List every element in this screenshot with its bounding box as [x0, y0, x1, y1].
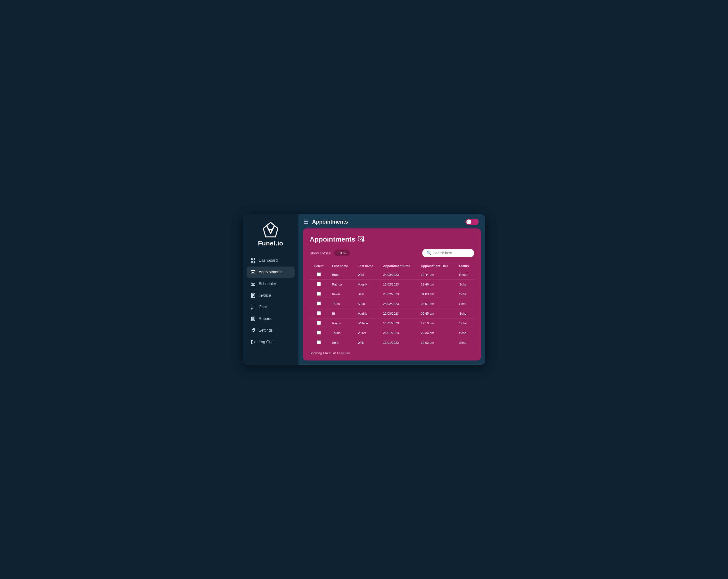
sidebar-item-invoice[interactable]: Invoice [246, 290, 294, 301]
row-date: 23/02/2023 [379, 289, 417, 299]
row-checkbox-cell [310, 299, 328, 308]
table-row: Bill Madrio 25/03/2023 05:45 am Sche [310, 308, 474, 318]
row-checkbox-cell [310, 318, 328, 328]
row-date: 25/03/2023 [379, 308, 417, 318]
row-firstname: Bill [328, 308, 354, 318]
reports-icon [251, 316, 256, 322]
svg-point-18 [252, 318, 254, 319]
sidebar-item-chat-label: Chat [259, 305, 267, 309]
table-header-row: Select First name Last name Appointment … [310, 262, 474, 270]
sidebar-item-logout[interactable]: Log Out [246, 336, 294, 348]
sidebar-item-scheduler-label: Scheduler [259, 282, 276, 286]
sidebar-item-settings-label: Settings [259, 328, 273, 333]
svg-rect-4 [251, 261, 253, 263]
logo-text: Funel.io [258, 240, 283, 247]
dashboard-icon [251, 258, 256, 263]
row-lastname: Magrik [354, 279, 379, 289]
table-row: Patrica Magrik 17/02/2023 23:46 pm Sche [310, 279, 474, 289]
sidebar-item-dashboard-label: Dashboard [259, 258, 278, 263]
sidebar-item-settings[interactable]: Settings [246, 325, 294, 336]
row-status: Sche [455, 338, 474, 347]
row-checkbox[interactable] [317, 311, 321, 315]
row-checkbox[interactable] [317, 321, 321, 325]
row-status: Sche [455, 308, 474, 318]
svg-rect-6 [251, 271, 255, 274]
row-time: 01:03 am [417, 289, 455, 299]
svg-rect-5 [254, 261, 255, 263]
show-entries-label: Show entries: [310, 251, 332, 255]
table-row: Rayon Willson 13/01/2023 22:10 pm Sche [310, 318, 474, 328]
row-lastname: Madrio [354, 308, 379, 318]
sort-icon: ⇅ [343, 251, 346, 255]
logo-icon [261, 221, 280, 238]
sidebar-item-reports-label: Reports [259, 317, 272, 321]
sidebar: Funel.io Dashboard [243, 215, 298, 365]
row-checkbox-cell [310, 289, 328, 299]
app-container: Funel.io Dashboard [243, 215, 485, 365]
sidebar-item-logout-label: Log Out [259, 340, 272, 344]
top-bar: ☰ Appointments [298, 215, 485, 228]
row-date: 13/01/2023 [379, 318, 417, 328]
row-time: 22:34 pm [417, 328, 455, 338]
row-checkbox[interactable] [317, 331, 321, 334]
row-time: 05:45 am [417, 308, 455, 318]
entries-value: 10 [338, 251, 342, 255]
row-checkbox[interactable] [317, 302, 321, 305]
col-select: Select [310, 262, 328, 270]
sidebar-item-reports[interactable]: Reports [246, 313, 294, 324]
nav-menu: Dashboard Appointments [243, 255, 298, 348]
table-row: Braid Wail 24/03/2023 12:44 pm Resch [310, 270, 474, 279]
card-header: Appointments [310, 235, 474, 244]
row-time: 23:46 pm [417, 279, 455, 289]
search-input[interactable] [434, 251, 470, 255]
row-checkbox-cell [310, 328, 328, 338]
row-checkbox[interactable] [317, 341, 321, 344]
sidebar-item-appointments[interactable]: Appointments [246, 267, 294, 278]
row-checkbox[interactable] [317, 292, 321, 296]
row-firstname: Braid [328, 270, 354, 279]
hamburger-icon[interactable]: ☰ [304, 219, 309, 225]
row-firstname: Rayon [328, 318, 354, 328]
row-firstname: Teriun [328, 328, 354, 338]
row-date: 21/01/2023 [379, 328, 417, 338]
row-time: 12:03 pm [417, 338, 455, 347]
row-checkbox-cell [310, 308, 328, 318]
entries-button[interactable]: 10 ⇅ [334, 250, 350, 256]
svg-rect-3 [254, 258, 255, 260]
card-title: Appointments [310, 235, 355, 243]
row-lastname: Wills [354, 338, 379, 347]
col-status: Status [455, 262, 474, 270]
sidebar-item-chat[interactable]: Chat [246, 302, 294, 313]
row-status: Sche [455, 328, 474, 338]
sidebar-item-dashboard[interactable]: Dashboard [246, 255, 294, 266]
table-footer: Showing 1 to 10 of 11 entries [310, 351, 474, 355]
row-lastname: Viurer [354, 328, 379, 338]
row-date: 13/01/2023 [379, 338, 417, 347]
row-date: 25/02/2023 [379, 299, 417, 308]
table-row: Terris Sutlo 25/02/2023 04:01 am Sche [310, 299, 474, 308]
row-time: 12:44 pm [417, 270, 455, 279]
appointments-icon [251, 270, 256, 275]
col-date: Appointment Date [379, 262, 417, 270]
settings-icon [251, 328, 256, 333]
row-lastname: Sutlo [354, 299, 379, 308]
table-row: Kevin Bein 23/02/2023 01:03 am Sche [310, 289, 474, 299]
sidebar-item-appointments-label: Appointments [259, 270, 283, 274]
row-status: Sche [455, 279, 474, 289]
controls-row: Show entries: 10 ⇅ 🔍 [310, 249, 474, 257]
row-checkbox[interactable] [317, 282, 321, 286]
sidebar-item-scheduler[interactable]: Scheduler [246, 278, 294, 290]
row-checkbox-cell [310, 279, 328, 289]
appointments-table: Select First name Last name Appointment … [310, 262, 474, 347]
row-firstname: Seith [328, 338, 354, 347]
logo-area: Funel.io [258, 221, 283, 247]
col-lastname: Last name [354, 262, 379, 270]
row-firstname: Kevin [328, 289, 354, 299]
row-status: Resch [455, 270, 474, 279]
table-wrapper: Select First name Last name Appointment … [310, 262, 474, 347]
show-entries: Show entries: 10 ⇅ [310, 250, 350, 256]
row-checkbox[interactable] [317, 272, 321, 276]
search-icon: 🔍 [426, 251, 432, 255]
row-time: 04:01 am [417, 299, 455, 308]
toggle-switch[interactable] [465, 219, 478, 225]
